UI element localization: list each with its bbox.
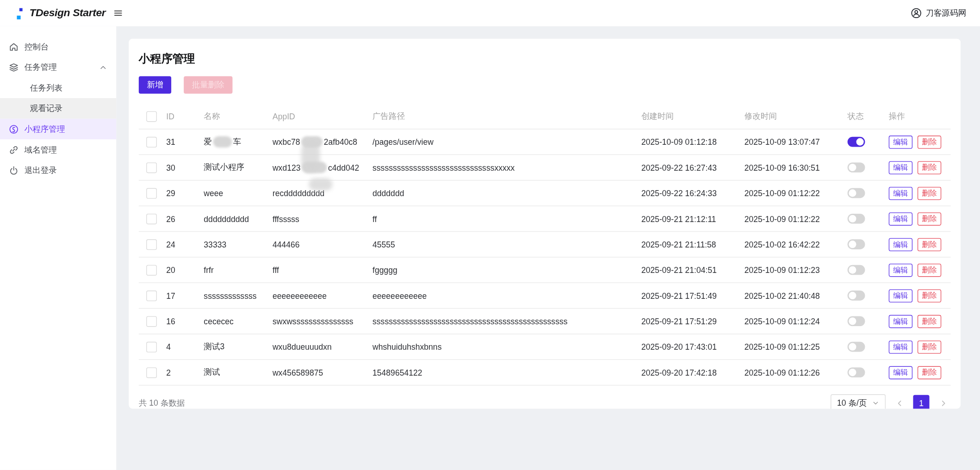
edit-button[interactable]: 编辑 xyxy=(889,135,912,148)
status-toggle[interactable] xyxy=(848,342,865,352)
sidebar-item-domain-management[interactable]: 域名管理 xyxy=(0,139,116,160)
edit-button[interactable]: 编辑 xyxy=(889,161,912,174)
sidebar-item-task-list[interactable]: 任务列表 xyxy=(0,77,116,98)
cell-created-time: 2025-09-21 17:51:29 xyxy=(641,316,744,326)
table-row: 26 dddddddddd fffsssss ff 2025-09-21 21:… xyxy=(139,206,951,232)
edit-button[interactable]: 编辑 xyxy=(889,186,912,199)
select-all-checkbox[interactable] xyxy=(146,111,157,122)
edit-button[interactable]: 编辑 xyxy=(889,238,912,251)
cell-ad-path: /pages/user/view xyxy=(372,137,641,146)
redaction-blur xyxy=(301,141,320,173)
cell-id: 2 xyxy=(166,368,204,377)
cell-name: 测试3 xyxy=(204,341,273,352)
edit-button[interactable]: 编辑 xyxy=(889,315,912,328)
row-checkbox[interactable] xyxy=(146,341,157,352)
row-checkbox[interactable] xyxy=(146,290,157,301)
user-avatar-icon xyxy=(911,7,922,19)
delete-button[interactable]: 删除 xyxy=(918,135,941,148)
row-checkbox[interactable] xyxy=(146,265,157,275)
cell-appid: wx456589875 xyxy=(273,368,372,377)
delete-button[interactable]: 删除 xyxy=(918,212,941,225)
row-checkbox[interactable] xyxy=(146,316,157,327)
status-toggle[interactable] xyxy=(848,239,865,249)
edit-button[interactable]: 编辑 xyxy=(889,289,912,302)
delete-button[interactable]: 删除 xyxy=(918,186,941,199)
cell-appid: eeeeeeeeeeee xyxy=(273,291,372,300)
sidebar-item-dashboard[interactable]: 控制台 xyxy=(0,36,116,57)
edit-button[interactable]: 编辑 xyxy=(889,212,912,225)
batch-delete-button[interactable]: 批量删除 xyxy=(184,76,232,94)
row-checkbox[interactable] xyxy=(146,239,157,250)
cell-created-time: 2025-09-20 17:43:01 xyxy=(641,342,744,352)
cell-modified-time: 2025-10-09 16:30:51 xyxy=(744,163,848,172)
cell-id: 26 xyxy=(166,214,204,223)
cell-ad-path: ddddddd xyxy=(372,188,641,198)
cell-ad-path: 45555 xyxy=(372,240,641,249)
status-toggle[interactable] xyxy=(848,162,865,173)
cell-name: 33333 xyxy=(204,240,273,249)
power-icon xyxy=(9,165,19,175)
sidebar-item-watch-records[interactable]: 观看记录 xyxy=(0,98,116,119)
cell-created-time: 2025-09-21 17:51:49 xyxy=(641,291,744,300)
sidebar-item-label: 任务管理 xyxy=(25,62,57,73)
cell-appid: wxd123c4dd042 xyxy=(273,162,372,173)
edit-button[interactable]: 编辑 xyxy=(889,366,912,379)
cell-name: weee xyxy=(204,188,273,198)
status-toggle[interactable] xyxy=(848,291,865,301)
status-toggle[interactable] xyxy=(848,188,865,198)
app-root: TDesign Starter 刀客源码网 控 xyxy=(0,0,980,470)
hamburger-menu-icon[interactable] xyxy=(113,8,124,19)
status-toggle[interactable] xyxy=(848,316,865,326)
page-size-select[interactable]: 10 条/页 xyxy=(831,394,886,408)
user-menu[interactable]: 刀客源码网 xyxy=(911,7,980,19)
cell-created-time: 2025-09-22 16:27:43 xyxy=(641,163,744,172)
logo[interactable]: TDesign Starter xyxy=(0,6,105,20)
delete-button[interactable]: 删除 xyxy=(918,263,941,276)
status-toggle[interactable] xyxy=(848,367,865,377)
sidebar-item-miniprogram-management[interactable]: 小程序管理 xyxy=(0,119,116,140)
sidebar-item-label: 域名管理 xyxy=(25,144,57,155)
delete-button[interactable]: 删除 xyxy=(918,340,941,353)
row-checkbox[interactable] xyxy=(146,213,157,224)
cell-name: 爱车 xyxy=(204,136,273,147)
delete-button[interactable]: 删除 xyxy=(918,161,941,174)
sidebar-item-task-management[interactable]: 任务管理 xyxy=(0,57,116,78)
status-toggle[interactable] xyxy=(848,265,865,275)
add-button[interactable]: 新增 xyxy=(139,76,171,94)
content-card: 小程序管理 新增 批量删除 ID 名称 AppID 广告路径 创建时间 修改时间… xyxy=(129,39,961,409)
delete-button[interactable]: 删除 xyxy=(918,238,941,251)
row-checkbox[interactable] xyxy=(146,367,157,378)
mini-app-icon xyxy=(9,124,19,134)
cell-id: 20 xyxy=(166,265,204,274)
cell-id: 16 xyxy=(166,316,204,326)
cell-modified-time: 2025-10-02 21:40:48 xyxy=(744,291,848,300)
cell-appid: wxu8dueuuudxn xyxy=(273,342,372,352)
cell-id: 17 xyxy=(166,291,204,300)
cell-appid: fff xyxy=(273,265,372,274)
prev-page-button[interactable] xyxy=(892,396,907,408)
column-header-actions: 操作 xyxy=(889,111,951,122)
row-checkbox[interactable] xyxy=(146,188,157,198)
home-icon xyxy=(9,42,19,52)
edit-button[interactable]: 编辑 xyxy=(889,340,912,353)
delete-button[interactable]: 删除 xyxy=(918,366,941,379)
next-page-button[interactable] xyxy=(936,396,950,408)
row-checkbox[interactable] xyxy=(146,136,157,147)
chevron-down-icon xyxy=(872,399,879,407)
cell-name: sssssssssssss xyxy=(204,291,273,300)
cell-modified-time: 2025-10-09 13:07:47 xyxy=(744,137,848,146)
row-checkbox[interactable] xyxy=(146,162,157,173)
delete-button[interactable]: 删除 xyxy=(918,289,941,302)
status-toggle[interactable] xyxy=(848,137,865,147)
status-toggle[interactable] xyxy=(848,214,865,224)
table-row: 2 测试 wx456589875 15489654122 2025-09-20 … xyxy=(139,360,951,385)
table-row: 4 测试3 wxu8dueuuudxn whshuiduhshxbnns 202… xyxy=(139,334,951,360)
column-header-ad-path: 广告路径 xyxy=(372,111,641,122)
cell-id: 4 xyxy=(166,342,204,352)
delete-button[interactable]: 删除 xyxy=(918,315,941,328)
sidebar-item-logout[interactable]: 退出登录 xyxy=(0,160,116,181)
table-row: 16 cececec swxwsssssssssssssss sssssssss… xyxy=(139,309,951,334)
cell-created-time: 2025-09-21 21:04:51 xyxy=(641,265,744,274)
edit-button[interactable]: 编辑 xyxy=(889,263,912,276)
page-number-1[interactable]: 1 xyxy=(913,395,929,409)
